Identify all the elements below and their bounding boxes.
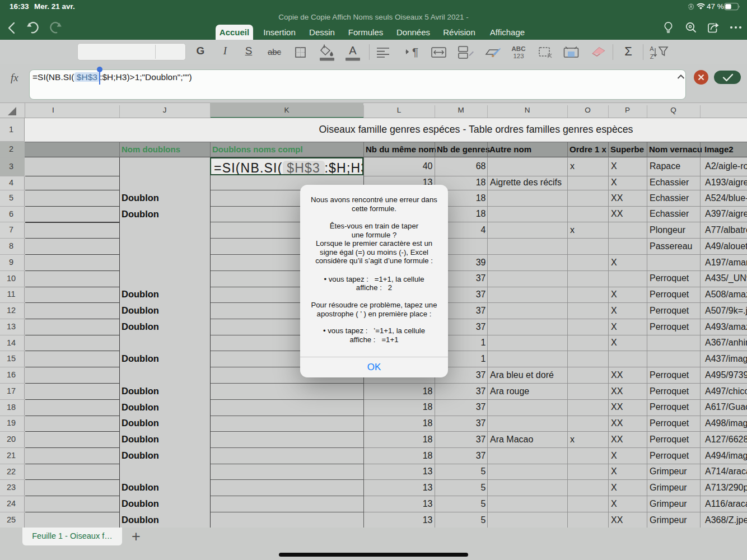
svg-text:ABC: ABC bbox=[512, 45, 526, 52]
svg-text:Z: Z bbox=[650, 53, 654, 60]
svg-text:¶: ¶ bbox=[412, 46, 418, 58]
svg-text:A: A bbox=[349, 44, 357, 57]
svg-text:123: 123 bbox=[513, 53, 524, 59]
svg-text:A: A bbox=[650, 45, 654, 52]
